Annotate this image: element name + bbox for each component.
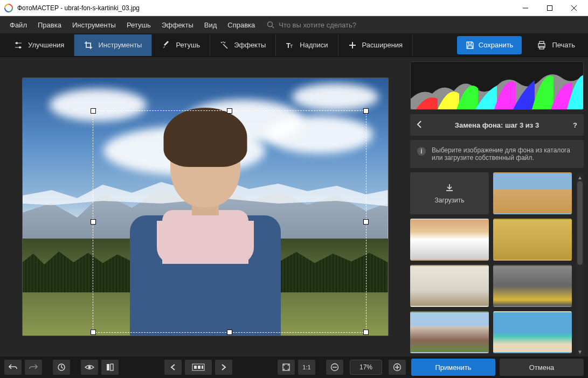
- svg-rect-22: [107, 364, 109, 370]
- crop-handle-tl[interactable]: [91, 108, 96, 114]
- menu-edit[interactable]: Правка: [32, 19, 67, 31]
- upload-background-button[interactable]: Загрузить: [410, 172, 489, 214]
- bg-thumb-european-town[interactable]: [410, 311, 489, 353]
- save-icon: [466, 41, 474, 50]
- history-icon: [57, 363, 66, 372]
- bg-thumb-living-room[interactable]: [410, 265, 489, 307]
- zoom-value[interactable]: 17%: [350, 360, 382, 375]
- print-button[interactable]: Печать: [528, 36, 584, 54]
- right-panel: Замена фона: шаг 3 из 3 ? i Выберите изо…: [410, 57, 588, 356]
- chevron-left-icon: [417, 121, 422, 128]
- sliders-icon: [14, 41, 23, 50]
- next-image-button[interactable]: [215, 360, 232, 375]
- svg-line-6: [272, 26, 274, 28]
- tab-enhance[interactable]: Улучшения: [4, 34, 74, 56]
- tab-tools[interactable]: Инструменты: [74, 34, 152, 56]
- apply-button[interactable]: Применить: [411, 359, 495, 376]
- svg-point-5: [268, 22, 273, 27]
- canvas-area: [0, 57, 410, 356]
- crop-icon: [84, 41, 93, 50]
- svg-point-21: [88, 366, 91, 369]
- minus-circle-icon: [330, 363, 339, 372]
- close-button[interactable]: [562, 0, 586, 16]
- maximize-button[interactable]: [537, 0, 562, 16]
- chevron-right-icon: [221, 364, 226, 370]
- crop-handle-ml[interactable]: [91, 219, 96, 225]
- actual-size-button[interactable]: 1:1: [298, 360, 315, 375]
- plus-icon: [348, 41, 357, 50]
- thumbnail-scrollbar[interactable]: ▲ ▼: [576, 172, 584, 356]
- svg-rect-25: [194, 366, 197, 369]
- bg-thumb-winter-road[interactable]: [410, 219, 489, 261]
- svg-rect-26: [198, 366, 200, 369]
- tab-text[interactable]: TT Надписи: [276, 34, 338, 56]
- panel-title: Замена фона: шаг 3 из 3: [427, 121, 566, 129]
- show-original-button[interactable]: [81, 360, 98, 375]
- svg-text:T: T: [290, 44, 293, 49]
- histogram: [410, 61, 584, 110]
- zoom-out-button[interactable]: [326, 360, 343, 375]
- crop-handle-tr[interactable]: [363, 108, 369, 114]
- svg-rect-27: [202, 366, 203, 369]
- fit-icon: [282, 363, 290, 371]
- scroll-up-icon: ▲: [577, 174, 583, 180]
- bg-thumb-city-street[interactable]: [493, 265, 572, 307]
- eye-icon: [85, 363, 94, 371]
- print-icon: [537, 40, 547, 50]
- menu-help[interactable]: Справка: [222, 19, 260, 31]
- crop-handle-br[interactable]: [363, 330, 369, 335]
- menu-file[interactable]: Файл: [4, 19, 32, 31]
- panel-back-button[interactable]: [417, 121, 427, 130]
- crop-handle-bm[interactable]: [227, 330, 232, 335]
- tab-extensions[interactable]: Расширения: [338, 34, 413, 56]
- search-placeholder: Что вы хотите сделать?: [279, 21, 356, 29]
- undo-button[interactable]: [4, 360, 22, 375]
- svg-text:i: i: [420, 148, 422, 155]
- undo-icon: [9, 363, 17, 371]
- crop-handle-mr[interactable]: [363, 219, 369, 225]
- bg-thumb-tropical-beach[interactable]: [493, 311, 572, 353]
- fit-screen-button[interactable]: [278, 360, 295, 375]
- tab-effects[interactable]: Эффекты: [210, 34, 276, 56]
- brush-icon: [162, 41, 170, 50]
- panel-info: i Выберите изображение для фона из катал…: [410, 140, 584, 168]
- crop-marquee[interactable]: [93, 110, 366, 333]
- save-button[interactable]: Сохранить: [457, 36, 522, 54]
- toolbar: Улучшения Инструменты Ретушь Эффекты TT …: [0, 33, 588, 57]
- cancel-button[interactable]: Отмена: [500, 359, 584, 376]
- window-title: ФотоМАСТЕР - ubrat-fon-s-kartinki_03.jpg: [17, 4, 513, 12]
- menubar: Файл Правка Инструменты Ретушь Эффекты В…: [0, 16, 588, 33]
- compare-button[interactable]: [101, 360, 119, 375]
- info-icon: i: [417, 146, 426, 156]
- download-icon: [444, 183, 455, 193]
- svg-rect-2: [547, 5, 552, 10]
- menu-effects[interactable]: Эффекты: [156, 19, 199, 31]
- menu-retouch[interactable]: Ретушь: [121, 19, 156, 31]
- filmstrip-icon: [192, 363, 205, 371]
- history-button[interactable]: [53, 360, 70, 375]
- redo-icon: [29, 363, 38, 371]
- zoom-in-button[interactable]: [389, 360, 406, 375]
- svg-point-8: [16, 42, 18, 44]
- svg-rect-23: [110, 364, 113, 370]
- wand-icon: [220, 41, 229, 50]
- tab-retouch[interactable]: Ретушь: [152, 34, 210, 56]
- bg-thumb-desert[interactable]: [493, 172, 572, 214]
- text-icon: TT: [286, 41, 294, 50]
- scrollbar-thumb[interactable]: [577, 181, 583, 265]
- scroll-down-icon: ▼: [577, 349, 583, 354]
- app-logo-icon: [4, 4, 13, 12]
- browse-images-button[interactable]: [185, 360, 212, 375]
- crop-handle-bl[interactable]: [91, 330, 96, 335]
- image-canvas[interactable]: [22, 78, 389, 336]
- bg-thumb-autumn-park[interactable]: [493, 219, 572, 261]
- chevron-left-icon: [170, 364, 176, 370]
- crop-handle-tm[interactable]: [227, 108, 232, 114]
- redo-button[interactable]: [25, 360, 42, 375]
- menu-view[interactable]: Вид: [199, 19, 223, 31]
- prev-image-button[interactable]: [164, 360, 182, 375]
- menu-tools[interactable]: Инструменты: [67, 19, 121, 31]
- menubar-search[interactable]: Что вы хотите сделать?: [267, 21, 356, 29]
- panel-help-button[interactable]: ?: [566, 121, 577, 129]
- minimize-button[interactable]: [513, 0, 537, 16]
